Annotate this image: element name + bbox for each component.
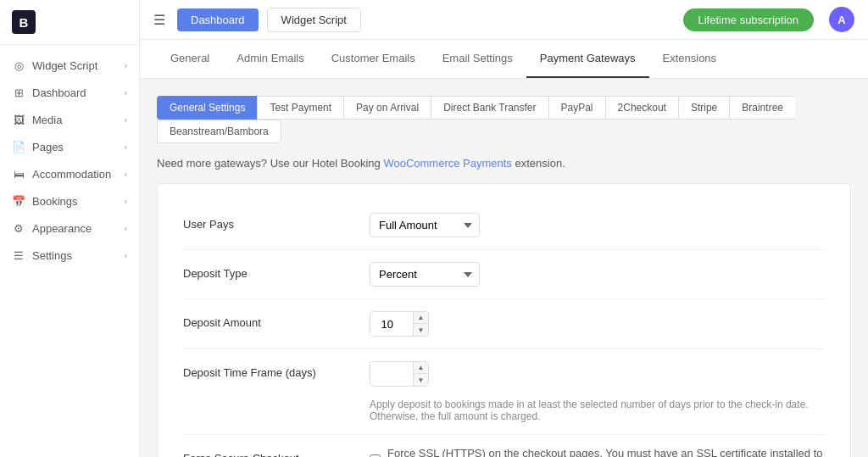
sidebar-item-label: Settings bbox=[32, 249, 72, 262]
deposit-timeframe-label: Deposit Time Frame (days) bbox=[183, 361, 370, 379]
bookings-icon: 📅 bbox=[12, 194, 25, 208]
sub-tab-paypal[interactable]: PayPal bbox=[548, 96, 605, 120]
deposit-timeframe-spinner: ▲ ▼ bbox=[370, 361, 429, 387]
main-area: ☰ Dashboard Widget Script Lifetime subsc… bbox=[140, 0, 868, 457]
deposit-amount-increment[interactable]: ▲ bbox=[413, 312, 428, 324]
info-text: Need more gateways? Use our Hotel Bookin… bbox=[157, 157, 851, 170]
sidebar-logo: B bbox=[0, 0, 139, 45]
sidebar-item-label: Widget Script bbox=[32, 59, 97, 72]
sidebar-item-label: Media bbox=[32, 114, 62, 126]
form-row-deposit-timeframe: Deposit Time Frame (days) ▲ ▼ Apply depo… bbox=[183, 349, 825, 435]
deposit-amount-input[interactable]: 10 bbox=[370, 313, 413, 336]
form-row-deposit-type: Deposit Type Percent Fixed bbox=[183, 250, 825, 299]
tab-bar: General Admin Emails Customer Emails Ema… bbox=[140, 40, 868, 79]
content-area: General Admin Emails Customer Emails Ema… bbox=[140, 40, 868, 457]
deposit-type-select[interactable]: Percent Fixed bbox=[370, 262, 480, 287]
tab-payment-gateways[interactable]: Payment Gateways bbox=[526, 40, 649, 78]
sidebar-item-label: Dashboard bbox=[32, 86, 86, 99]
sidebar-item-widget-script[interactable]: ◎ Widget Script › bbox=[0, 52, 139, 79]
sidebar-item-pages[interactable]: 📄 Pages ‹ bbox=[0, 133, 139, 160]
deposit-type-control: Percent Fixed bbox=[370, 262, 825, 287]
logo-icon: B bbox=[12, 10, 36, 34]
pages-icon: 📄 bbox=[12, 140, 25, 153]
widget-script-icon: ◎ bbox=[12, 59, 25, 72]
sub-tab-bar: General Settings Test Payment Pay on Arr… bbox=[157, 96, 851, 143]
user-pays-control: Full Amount Deposit bbox=[370, 213, 825, 237]
deposit-timeframe-control: ▲ ▼ Apply deposit to bookings made in at… bbox=[370, 361, 825, 422]
force-secure-checkbox-row: Force SSL (HTTPS) on the checkout pages.… bbox=[370, 447, 825, 457]
woocommerce-payments-link[interactable]: WooCommerce Payments bbox=[383, 157, 511, 170]
sidebar-item-accommodation[interactable]: 🛏 Accommodation ‹ bbox=[0, 160, 139, 187]
deposit-timeframe-increment[interactable]: ▲ bbox=[413, 362, 428, 374]
hamburger-icon[interactable]: ☰ bbox=[153, 12, 165, 28]
tab-customer-emails[interactable]: Customer Emails bbox=[318, 40, 429, 78]
tab-email-settings[interactable]: Email Settings bbox=[429, 40, 526, 78]
settings-card: User Pays Full Amount Deposit Deposit Ty… bbox=[157, 183, 851, 457]
sidebar-item-label: Bookings bbox=[32, 195, 77, 208]
form-row-deposit-amount: Deposit Amount 10 ▲ ▼ bbox=[183, 299, 825, 349]
sub-tab-stripe[interactable]: Stripe bbox=[678, 96, 729, 120]
inner-content: General Settings Test Payment Pay on Arr… bbox=[140, 79, 868, 457]
force-secure-checkbox[interactable] bbox=[370, 454, 381, 458]
dashboard-icon: ⊞ bbox=[12, 86, 25, 99]
deposit-timeframe-help: Apply deposit to bookings made in at lea… bbox=[370, 398, 825, 422]
force-secure-label: Force Secure Checkout bbox=[183, 447, 370, 457]
form-row-user-pays: User Pays Full Amount Deposit bbox=[183, 201, 825, 250]
deposit-amount-control: 10 ▲ ▼ bbox=[370, 311, 825, 337]
deposit-amount-decrement[interactable]: ▼ bbox=[413, 324, 428, 336]
tab-general[interactable]: General bbox=[157, 40, 223, 78]
sidebar-item-media[interactable]: 🖼 Media ‹ bbox=[0, 106, 139, 133]
sidebar-item-bookings[interactable]: 📅 Bookings ‹ bbox=[0, 187, 139, 215]
sub-tab-braintree[interactable]: Braintree bbox=[729, 96, 795, 120]
user-pays-label: User Pays bbox=[183, 213, 370, 231]
deposit-amount-label: Deposit Amount bbox=[183, 311, 370, 329]
force-secure-control: Force SSL (HTTPS) on the checkout pages.… bbox=[370, 447, 825, 457]
sub-tab-beanstream[interactable]: Beanstream/Bambora bbox=[157, 120, 281, 143]
media-icon: 🖼 bbox=[12, 113, 25, 126]
settings-icon: ☰ bbox=[12, 248, 25, 262]
tab-extensions[interactable]: Extensions bbox=[649, 40, 731, 78]
sub-tab-general-settings[interactable]: General Settings bbox=[157, 96, 257, 120]
deposit-type-label: Deposit Type bbox=[183, 262, 370, 280]
chevron-icon: ‹ bbox=[125, 224, 127, 233]
appearance-icon: ⚙ bbox=[12, 221, 25, 235]
tab-admin-emails[interactable]: Admin Emails bbox=[223, 40, 317, 78]
deposit-timeframe-input[interactable] bbox=[370, 363, 413, 386]
sidebar-item-settings[interactable]: ☰ Settings ‹ bbox=[0, 242, 139, 269]
chevron-icon: › bbox=[125, 61, 127, 70]
chevron-icon: ‹ bbox=[125, 115, 127, 125]
force-secure-checkbox-label: Force SSL (HTTPS) on the checkout pages.… bbox=[387, 447, 825, 457]
deposit-amount-spinner: 10 ▲ ▼ bbox=[370, 311, 429, 337]
widget-script-button[interactable]: Widget Script bbox=[267, 8, 361, 32]
form-row-force-secure: Force Secure Checkout Force SSL (HTTPS) … bbox=[183, 435, 825, 457]
topbar: ☰ Dashboard Widget Script Lifetime subsc… bbox=[140, 0, 868, 40]
sidebar: B ◎ Widget Script › ⊞ Dashboard ‹ 🖼 Medi… bbox=[0, 0, 140, 457]
chevron-icon: ‹ bbox=[125, 251, 127, 260]
sidebar-item-label: Accommodation bbox=[32, 168, 111, 181]
chevron-icon: ‹ bbox=[125, 197, 127, 206]
sub-tab-2checkout[interactable]: 2Checkout bbox=[605, 96, 678, 120]
lifetime-subscription-button[interactable]: Lifetime subscription bbox=[683, 8, 815, 31]
sidebar-nav: ◎ Widget Script › ⊞ Dashboard ‹ 🖼 Media … bbox=[0, 45, 139, 457]
chevron-icon: ‹ bbox=[125, 170, 127, 179]
sub-tab-test-payment[interactable]: Test Payment bbox=[257, 96, 343, 120]
sub-tab-pay-on-arrival[interactable]: Pay on Arrival bbox=[343, 96, 431, 120]
sub-tab-direct-bank-transfer[interactable]: Direct Bank Transfer bbox=[431, 96, 548, 120]
chevron-icon: ‹ bbox=[125, 88, 127, 98]
user-avatar[interactable]: A bbox=[829, 7, 854, 32]
sidebar-item-label: Appearance bbox=[32, 222, 92, 235]
chevron-icon: ‹ bbox=[125, 142, 127, 152]
sidebar-item-dashboard[interactable]: ⊞ Dashboard ‹ bbox=[0, 79, 139, 106]
deposit-timeframe-spinners: ▲ ▼ bbox=[413, 362, 428, 386]
sidebar-item-appearance[interactable]: ⚙ Appearance ‹ bbox=[0, 215, 139, 242]
deposit-amount-spinners: ▲ ▼ bbox=[413, 312, 428, 336]
accommodation-icon: 🛏 bbox=[12, 167, 25, 181]
deposit-timeframe-decrement[interactable]: ▼ bbox=[413, 374, 428, 386]
user-pays-select[interactable]: Full Amount Deposit bbox=[370, 213, 480, 237]
sidebar-item-label: Pages bbox=[32, 141, 64, 153]
dashboard-button[interactable]: Dashboard bbox=[177, 8, 259, 31]
